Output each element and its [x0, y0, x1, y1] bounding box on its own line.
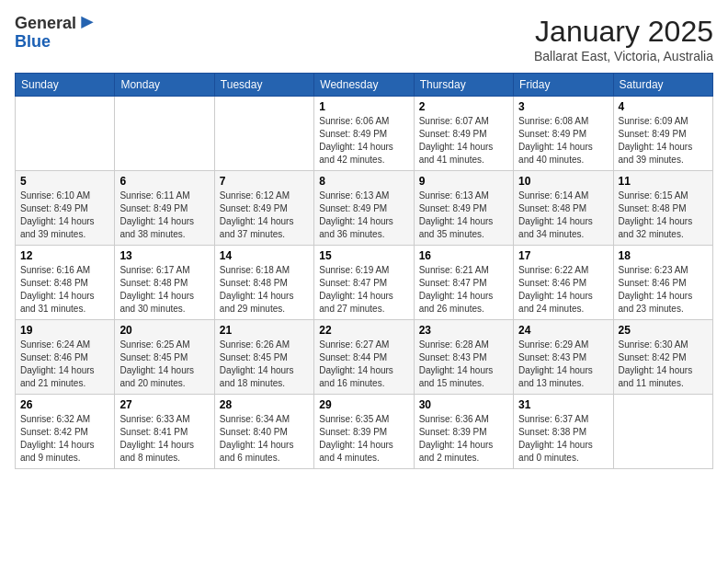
calendar-cell: 9Sunrise: 6:13 AMSunset: 8:49 PMDaylight…	[414, 171, 513, 246]
column-header-saturday: Saturday	[613, 74, 712, 97]
day-info: Sunrise: 6:17 AMSunset: 8:48 PMDaylight:…	[119, 264, 209, 316]
calendar-cell: 3Sunrise: 6:08 AMSunset: 8:49 PMDaylight…	[514, 97, 613, 171]
day-number: 12	[20, 249, 109, 262]
calendar-cell: 4Sunrise: 6:09 AMSunset: 8:49 PMDaylight…	[613, 97, 712, 171]
column-header-wednesday: Wednesday	[314, 74, 414, 97]
calendar-cell: 25Sunrise: 6:30 AMSunset: 8:42 PMDayligh…	[613, 320, 712, 395]
calendar-cell: 1Sunrise: 6:06 AMSunset: 8:49 PMDaylight…	[314, 97, 414, 171]
day-info: Sunrise: 6:34 AMSunset: 8:40 PMDaylight:…	[220, 413, 309, 465]
day-info: Sunrise: 6:12 AMSunset: 8:49 PMDaylight:…	[220, 190, 309, 241]
day-info: Sunrise: 6:11 AMSunset: 8:49 PMDaylight:…	[119, 190, 209, 241]
column-header-friday: Friday	[514, 74, 613, 97]
title-block: January 2025 Ballarat East, Victoria, Au…	[534, 15, 713, 63]
day-number: 31	[518, 398, 608, 411]
logo-blue: Blue	[15, 33, 51, 52]
calendar-cell: 26Sunrise: 6:32 AMSunset: 8:42 PMDayligh…	[16, 395, 115, 469]
month-title: January 2025	[534, 15, 713, 49]
day-number: 30	[419, 398, 508, 411]
day-number: 29	[319, 398, 408, 411]
day-number: 26	[20, 398, 109, 411]
day-info: Sunrise: 6:06 AMSunset: 8:49 PMDaylight:…	[319, 115, 408, 167]
calendar-cell: 28Sunrise: 6:34 AMSunset: 8:40 PMDayligh…	[214, 395, 313, 469]
day-number: 4	[619, 100, 708, 113]
day-info: Sunrise: 6:18 AMSunset: 8:48 PMDaylight:…	[220, 264, 309, 316]
calendar-cell: 15Sunrise: 6:19 AMSunset: 8:47 PMDayligh…	[314, 246, 414, 320]
day-info: Sunrise: 6:09 AMSunset: 8:49 PMDaylight:…	[619, 115, 708, 167]
week-row-1: 1Sunrise: 6:06 AMSunset: 8:49 PMDaylight…	[16, 97, 713, 171]
day-number: 28	[220, 398, 309, 411]
calendar-cell: 5Sunrise: 6:10 AMSunset: 8:49 PMDaylight…	[16, 171, 115, 246]
calendar-cell: 13Sunrise: 6:17 AMSunset: 8:48 PMDayligh…	[115, 246, 214, 320]
day-number: 23	[419, 324, 508, 337]
location-subtitle: Ballarat East, Victoria, Australia	[534, 49, 713, 63]
day-number: 22	[319, 324, 408, 337]
day-number: 20	[119, 324, 209, 337]
calendar-cell: 16Sunrise: 6:21 AMSunset: 8:47 PMDayligh…	[414, 246, 513, 320]
svg-marker-0	[81, 17, 93, 29]
day-number: 19	[20, 324, 109, 337]
day-info: Sunrise: 6:08 AMSunset: 8:49 PMDaylight:…	[518, 115, 608, 167]
day-info: Sunrise: 6:29 AMSunset: 8:43 PMDaylight:…	[518, 339, 608, 390]
logo-general: General	[15, 15, 76, 33]
day-number: 17	[518, 249, 608, 262]
day-number: 7	[220, 175, 309, 188]
column-header-monday: Monday	[115, 74, 214, 97]
day-number: 14	[220, 249, 309, 262]
day-number: 13	[119, 249, 209, 262]
day-info: Sunrise: 6:37 AMSunset: 8:38 PMDaylight:…	[518, 413, 608, 465]
logo: General Blue	[15, 15, 97, 52]
week-row-3: 12Sunrise: 6:16 AMSunset: 8:48 PMDayligh…	[16, 246, 713, 320]
day-info: Sunrise: 6:24 AMSunset: 8:46 PMDaylight:…	[20, 339, 109, 390]
calendar-cell: 20Sunrise: 6:25 AMSunset: 8:45 PMDayligh…	[115, 320, 214, 395]
day-number: 27	[119, 398, 209, 411]
week-row-2: 5Sunrise: 6:10 AMSunset: 8:49 PMDaylight…	[16, 171, 713, 246]
week-row-5: 26Sunrise: 6:32 AMSunset: 8:42 PMDayligh…	[16, 395, 713, 469]
calendar-cell: 6Sunrise: 6:11 AMSunset: 8:49 PMDaylight…	[115, 171, 214, 246]
day-info: Sunrise: 6:35 AMSunset: 8:39 PMDaylight:…	[319, 413, 408, 465]
day-info: Sunrise: 6:30 AMSunset: 8:42 PMDaylight:…	[619, 339, 708, 390]
calendar-cell: 21Sunrise: 6:26 AMSunset: 8:45 PMDayligh…	[214, 320, 313, 395]
column-header-thursday: Thursday	[414, 74, 513, 97]
day-info: Sunrise: 6:10 AMSunset: 8:49 PMDaylight:…	[20, 190, 109, 241]
column-header-sunday: Sunday	[16, 74, 115, 97]
calendar-cell: 17Sunrise: 6:22 AMSunset: 8:46 PMDayligh…	[514, 246, 613, 320]
logo-flag-icon	[78, 15, 97, 33]
day-number: 9	[419, 175, 508, 188]
day-number: 18	[619, 249, 708, 262]
day-number: 6	[119, 175, 209, 188]
day-info: Sunrise: 6:28 AMSunset: 8:43 PMDaylight:…	[419, 339, 508, 390]
calendar-cell	[115, 97, 214, 171]
calendar-cell	[214, 97, 313, 171]
day-number: 1	[319, 100, 408, 113]
day-info: Sunrise: 6:22 AMSunset: 8:46 PMDaylight:…	[518, 264, 608, 316]
calendar-table: SundayMondayTuesdayWednesdayThursdayFrid…	[15, 73, 713, 469]
day-info: Sunrise: 6:26 AMSunset: 8:45 PMDaylight:…	[220, 339, 309, 390]
day-number: 21	[220, 324, 309, 337]
calendar-cell: 29Sunrise: 6:35 AMSunset: 8:39 PMDayligh…	[314, 395, 414, 469]
calendar-cell: 23Sunrise: 6:28 AMSunset: 8:43 PMDayligh…	[414, 320, 513, 395]
day-number: 8	[319, 175, 408, 188]
calendar-cell	[16, 97, 115, 171]
day-number: 2	[419, 100, 508, 113]
calendar-cell: 7Sunrise: 6:12 AMSunset: 8:49 PMDaylight…	[214, 171, 313, 246]
day-number: 11	[619, 175, 708, 188]
calendar-cell: 30Sunrise: 6:36 AMSunset: 8:39 PMDayligh…	[414, 395, 513, 469]
week-row-4: 19Sunrise: 6:24 AMSunset: 8:46 PMDayligh…	[16, 320, 713, 395]
day-info: Sunrise: 6:07 AMSunset: 8:49 PMDaylight:…	[419, 115, 508, 167]
day-number: 5	[20, 175, 109, 188]
calendar-cell: 12Sunrise: 6:16 AMSunset: 8:48 PMDayligh…	[16, 246, 115, 320]
calendar-cell: 11Sunrise: 6:15 AMSunset: 8:48 PMDayligh…	[613, 171, 712, 246]
day-number: 15	[319, 249, 408, 262]
day-number: 24	[518, 324, 608, 337]
day-number: 16	[419, 249, 508, 262]
day-info: Sunrise: 6:15 AMSunset: 8:48 PMDaylight:…	[619, 190, 708, 241]
calendar-cell: 19Sunrise: 6:24 AMSunset: 8:46 PMDayligh…	[16, 320, 115, 395]
header-row: SundayMondayTuesdayWednesdayThursdayFrid…	[16, 74, 713, 97]
day-number: 3	[518, 100, 608, 113]
calendar-cell: 31Sunrise: 6:37 AMSunset: 8:38 PMDayligh…	[514, 395, 613, 469]
calendar-cell: 22Sunrise: 6:27 AMSunset: 8:44 PMDayligh…	[314, 320, 414, 395]
day-info: Sunrise: 6:25 AMSunset: 8:45 PMDaylight:…	[119, 339, 209, 390]
column-header-tuesday: Tuesday	[214, 74, 313, 97]
day-number: 25	[619, 324, 708, 337]
day-info: Sunrise: 6:13 AMSunset: 8:49 PMDaylight:…	[319, 190, 408, 241]
